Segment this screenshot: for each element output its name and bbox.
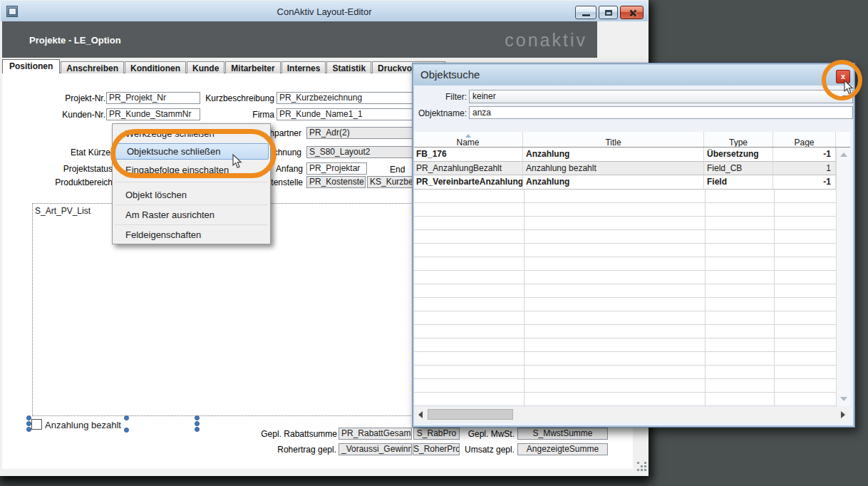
mouse-cursor-close: [844, 80, 854, 95]
menu-item-feldeigenschaften[interactable]: Feldeigenschaften: [113, 224, 269, 244]
scrollbar-thumb[interactable]: [428, 409, 513, 420]
selection-handle[interactable]: [195, 427, 200, 432]
rohertrag-prozent-field[interactable]: S_RoherPro: [413, 443, 460, 455]
menu-item-am-raster-ausrichten[interactable]: Am Raster ausrichten: [113, 205, 269, 224]
scroll-right-icon[interactable]: [841, 411, 845, 418]
table-row[interactable]: PR_AnzahlungBezahlt Anzahlung bezahlt Fi…: [413, 162, 836, 175]
column-header-title[interactable]: Title: [523, 132, 704, 147]
results-table: FB_176 Anzahlung Übersetzung -1 PR_Anzah…: [413, 148, 836, 406]
ende-label: End: [390, 165, 410, 175]
firma-field[interactable]: PR_Kunde_Name1_1: [277, 108, 419, 120]
maximize-icon: [605, 10, 612, 16]
conaktiv-logo: conaktiv: [505, 30, 587, 51]
projektstatus-label: Projektstatus: [32, 164, 113, 175]
mwst-field[interactable]: S_MwstSumme: [517, 428, 608, 440]
rohertrag-field[interactable]: _Voraussi_Gewinn: [339, 443, 412, 455]
kunden-nr-field[interactable]: PR_Kunde_StammNr: [106, 108, 200, 120]
ansprechpartner-field[interactable]: PR_Adr(2): [306, 127, 413, 139]
selection-handle[interactable]: [124, 415, 129, 420]
window-title: ConAktiv Layout-Editor: [1, 6, 648, 17]
filter-label: Filter:: [418, 92, 467, 102]
projekt-nr-label: Projekt-Nr.: [29, 93, 105, 104]
minimize-icon: [582, 14, 590, 16]
rabattsumme-field[interactable]: PR_RabattGesamt: [339, 428, 412, 440]
rabatt-prozent-field[interactable]: S_RabPro: [413, 428, 460, 440]
maximize-button[interactable]: [599, 6, 618, 19]
record-header: Projekte - LE_Option conaktiv: [2, 21, 597, 58]
close-button[interactable]: [620, 6, 644, 19]
umsatz-field[interactable]: AngezeigteSumme: [517, 443, 608, 455]
column-header-spacer: [836, 132, 850, 147]
objektname-input[interactable]: anza: [469, 106, 853, 119]
selection-handle[interactable]: [26, 427, 31, 432]
menu-separator: [115, 182, 268, 182]
resize-grip[interactable]: [637, 462, 639, 464]
tab-kunde[interactable]: Kunde: [187, 61, 224, 73]
table-header: Name Title Type Page: [413, 132, 850, 148]
mwst-label: Gepl. MwSt.: [458, 429, 515, 440]
tab-internes[interactable]: Internes: [281, 61, 326, 73]
tab-konditionen[interactable]: Konditionen: [125, 61, 186, 73]
selection-handle[interactable]: [26, 421, 31, 426]
selection-handle[interactable]: [195, 415, 200, 420]
kostenstelle-field[interactable]: PR_Kostenste: [306, 176, 366, 188]
objektname-label: Objektname:: [418, 108, 467, 118]
annotation-ellipse-menu: [110, 129, 277, 178]
title-bar[interactable]: ConAktiv Layout-Editor: [1, 1, 648, 21]
objektname-value: anza: [472, 108, 491, 118]
projekt-nr-field[interactable]: PR_Projekt_Nr: [106, 92, 200, 104]
selection-handle[interactable]: [26, 415, 31, 420]
rabattsumme-label: Gepl. Rabattsumme: [252, 429, 337, 440]
bezeichnung-field[interactable]: S_S80_Layout2: [306, 146, 413, 158]
anfang-field[interactable]: PR_Projektar: [306, 162, 367, 175]
selection-handle[interactable]: [124, 428, 129, 433]
rohertrag-label: Rohertrag gepl.: [251, 445, 336, 455]
horizontal-scrollbar[interactable]: [413, 408, 850, 422]
objektsuche-title: Objektsuche: [420, 68, 480, 81]
filter-dropdown[interactable]: keiner: [469, 90, 853, 103]
vertical-scrollbar[interactable]: [836, 148, 850, 406]
scroll-left-icon[interactable]: [418, 411, 423, 418]
tab-bar: Positionen Anschreiben Konditionen Kunde…: [2, 59, 446, 73]
column-header-page[interactable]: Page: [773, 132, 836, 147]
umsatz-label: Umsatz gepl.: [458, 445, 515, 455]
tab-anschreiben[interactable]: Anschreiben: [61, 61, 124, 73]
scroll-down-icon[interactable]: [840, 397, 847, 401]
filter-value: keiner: [472, 91, 496, 101]
firma-label: Firma: [196, 110, 274, 120]
scroll-up-icon[interactable]: [840, 152, 847, 157]
tab-positionen[interactable]: Positionen: [2, 59, 60, 73]
tab-mitarbeiter[interactable]: Mitarbeiter: [225, 61, 280, 73]
close-icon: [629, 9, 636, 17]
produktbereich-label: Produktbereich: [32, 177, 113, 188]
objektsuche-title-bar[interactable]: Objektsuche: [413, 63, 854, 86]
anzahlung-bezahlt-label: Anzahlung bezahlt: [45, 420, 121, 430]
minimize-button[interactable]: [575, 6, 596, 19]
menu-item-objekt-loeschen[interactable]: Objekt löschen: [113, 185, 269, 205]
tab-statistik[interactable]: Statistik: [326, 61, 371, 73]
anzahlung-bezahlt-checkbox[interactable]: [31, 419, 42, 430]
kunden-nr-label: Kunden-Nr.: [29, 110, 105, 120]
sort-ascending-icon: [465, 134, 471, 138]
kurzbeschreibung-field[interactable]: PR_Kurzbezeichnung: [277, 92, 419, 104]
column-header-type[interactable]: Type: [704, 132, 773, 147]
column-header-name[interactable]: Name: [413, 132, 523, 147]
table-row[interactable]: FB_176 Anzahlung Übersetzung -1: [413, 148, 836, 162]
kurzbeschreibung-label: Kurzbeschreibung: [196, 93, 274, 104]
record-title: Projekte - LE_Option: [29, 35, 121, 46]
annotation-circle-close: [822, 60, 862, 100]
table-row[interactable]: PR_VereinbarteAnzahlung Anzahlung Field …: [413, 175, 836, 190]
positions-list-label: S_Art_PV_List: [35, 206, 91, 216]
selection-handle[interactable]: [195, 421, 200, 426]
objektsuche-window: Objektsuche x Filter: keiner Objektname:…: [412, 63, 855, 428]
etat-label: Etat Kürze: [32, 148, 110, 158]
mouse-cursor: [232, 154, 242, 169]
empty-grid-lines: [413, 190, 836, 406]
